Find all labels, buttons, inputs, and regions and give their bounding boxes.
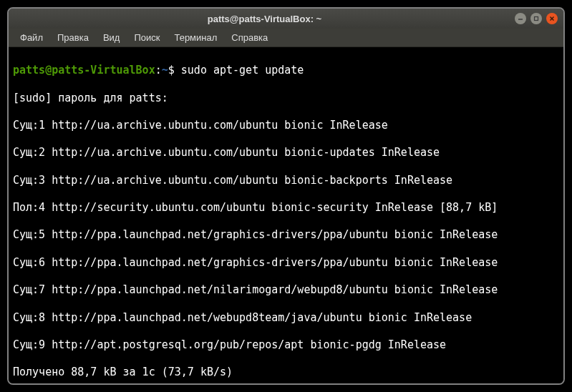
output-line: Сущ:8 http://ppa.launchpad.net/webupd8te… <box>13 311 559 325</box>
command-1: sudo apt-get update <box>181 64 304 77</box>
output-line: Получено 88,7 kB за 1с (73,7 kB/s) <box>13 366 559 379</box>
output-line: Сущ:2 http://ua.archive.ubuntu.com/ubunt… <box>13 146 559 160</box>
prompt-sep: : <box>155 64 162 77</box>
window-title: patts@patts-VirtualBox: ~ <box>14 14 515 24</box>
output-line: Сущ:1 http://ua.archive.ubuntu.com/ubunt… <box>13 119 559 132</box>
output-line: Пол:4 http://security.ubuntu.com/ubuntu … <box>13 201 559 215</box>
menu-search[interactable]: Поиск <box>128 31 165 44</box>
menu-view[interactable]: Вид <box>97 31 126 44</box>
svg-rect-1 <box>535 17 538 21</box>
prompt-symbol: $ <box>168 64 175 77</box>
output-line: Сущ:5 http://ppa.launchpad.net/graphics-… <box>13 228 559 242</box>
menu-terminal[interactable]: Терминал <box>168 31 223 44</box>
output-line: Сущ:6 http://ppa.launchpad.net/graphics-… <box>13 256 559 270</box>
prompt-path: ~ <box>162 64 168 77</box>
menu-help[interactable]: Справка <box>226 31 273 44</box>
menubar: Файл Правка Вид Поиск Терминал Справка <box>9 29 563 47</box>
minimize-button[interactable] <box>515 13 526 24</box>
output-line: [sudo] пароль для patts: <box>13 92 559 105</box>
menu-file[interactable]: Файл <box>14 31 49 44</box>
menu-edit[interactable]: Правка <box>52 31 94 44</box>
prompt-user: patts@patts-VirtualBox <box>13 64 155 77</box>
maximize-button[interactable] <box>530 13 542 24</box>
terminal-window: patts@patts-VirtualBox: ~ Файл Правка Ви… <box>7 7 565 385</box>
output-line: Сущ:9 http://apt.postgresql.org/pub/repo… <box>13 338 559 352</box>
window-controls <box>515 13 558 24</box>
output-line: Сущ:3 http://ua.archive.ubuntu.com/ubunt… <box>13 174 559 187</box>
close-button[interactable] <box>546 13 558 24</box>
output-line: Сущ:7 http://ppa.launchpad.net/nilarimog… <box>13 283 559 297</box>
titlebar: patts@patts-VirtualBox: ~ <box>9 9 563 29</box>
terminal-area[interactable]: patts@patts-VirtualBox:~$ sudo apt-get u… <box>9 47 563 383</box>
